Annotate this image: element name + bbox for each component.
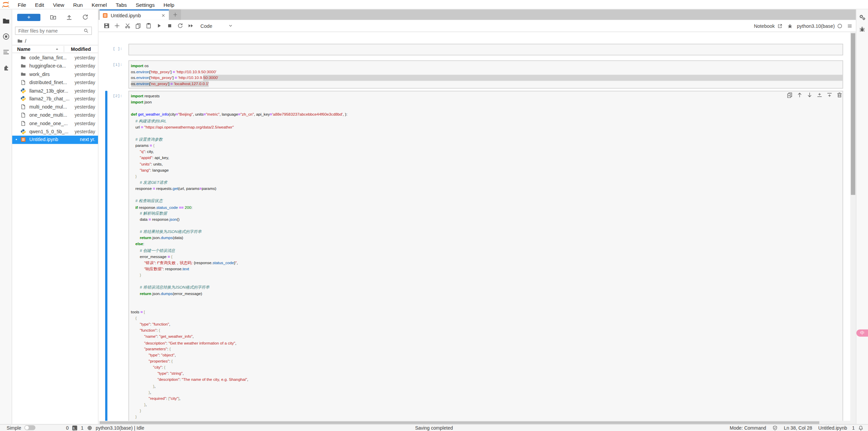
file-modified: yesterday xyxy=(75,63,95,68)
menu-tabs[interactable]: Tabs xyxy=(111,0,131,9)
chevron-down-icon xyxy=(228,23,233,28)
file-row[interactable]: llama2_7b_chat_...yesterday xyxy=(12,95,98,103)
insert-cell-below-icon[interactable] xyxy=(827,92,833,98)
close-tab-icon[interactable] xyxy=(161,13,165,17)
duplicate-cell-icon[interactable] xyxy=(787,92,793,98)
status-bar: Simple 0 $_ 1 python3.10(base) | Idle Sa… xyxy=(0,424,868,431)
cell-prompt: [2]: xyxy=(99,93,126,99)
cut-cell-icon[interactable] xyxy=(124,23,131,29)
move-cell-up-icon[interactable] xyxy=(796,92,803,98)
debugger-icon[interactable] xyxy=(787,23,792,28)
run-cell-icon[interactable] xyxy=(156,23,162,29)
insert-cell-above-icon[interactable] xyxy=(816,92,823,98)
file-name: qwen1_5_0_5b_... xyxy=(29,129,75,134)
add-cell-icon[interactable] xyxy=(114,23,120,29)
simple-mode-label: Simple xyxy=(7,425,21,430)
refresh-icon[interactable] xyxy=(82,14,89,21)
kernel-count[interactable]: 1 xyxy=(81,425,83,430)
menu-view[interactable]: View xyxy=(48,0,68,9)
running-sessions-icon[interactable] xyxy=(2,33,10,40)
kernel-name[interactable]: python3.10(base) xyxy=(797,23,835,28)
restart-run-all-icon[interactable] xyxy=(188,23,194,29)
stop-kernel-icon[interactable] xyxy=(166,23,173,29)
code-cell-2[interactable]: import requestsimport jsondef get_weathe… xyxy=(128,91,843,430)
new-folder-icon[interactable] xyxy=(50,14,57,21)
kernel-status-text[interactable]: python3.10(base) | Idle xyxy=(96,425,144,430)
file-row[interactable]: code_llama_fint...yesterday xyxy=(12,54,98,62)
file-row[interactable]: work_dirsyesterday xyxy=(12,70,98,78)
file-row[interactable]: huggingface-ca...yesterday xyxy=(12,62,98,70)
cell-type-dropdown[interactable]: Code xyxy=(200,23,233,28)
file-row[interactable]: one_node_one_...yesterday xyxy=(12,119,98,128)
kernel-chip-icon[interactable] xyxy=(87,425,92,430)
file-modified: next yr. xyxy=(80,137,95,142)
status-filename: Untitled.ipynb xyxy=(818,425,847,430)
kernel-status-circle-icon[interactable] xyxy=(837,23,843,28)
bell-icon[interactable] xyxy=(858,425,864,430)
column-name[interactable]: Name xyxy=(17,46,31,52)
file-row[interactable]: qwen1_5_0_5b_...yesterday xyxy=(12,128,98,136)
file-browser-icon[interactable] xyxy=(2,17,10,25)
upload-icon[interactable] xyxy=(66,14,73,21)
shield-check-icon[interactable] xyxy=(772,425,778,430)
vertical-scrollbar-thumb[interactable] xyxy=(851,33,855,195)
notebook-icon xyxy=(102,13,108,18)
folder-icon xyxy=(20,63,26,68)
search-icon xyxy=(84,28,89,33)
move-cell-down-icon[interactable] xyxy=(807,92,813,98)
table-of-contents-icon[interactable] xyxy=(2,48,10,56)
home-folder-icon[interactable] xyxy=(17,38,23,44)
horizontal-scrollbar-thumb[interactable] xyxy=(100,421,819,424)
column-modified[interactable]: Modified xyxy=(71,46,91,52)
code-cell-empty[interactable] xyxy=(128,44,843,55)
cursor-position[interactable]: Ln 38, Col 28 xyxy=(784,425,812,430)
open-file-dot: • xyxy=(16,138,17,142)
menu-file[interactable]: File xyxy=(13,0,31,9)
active-cell-collapser[interactable] xyxy=(105,91,107,430)
toolbar-menu-icon[interactable] xyxy=(847,23,852,28)
mode-indicator[interactable]: Mode: Command xyxy=(730,425,766,430)
file-row[interactable]: multi_node_mul...yesterday xyxy=(12,103,98,111)
file-row-selected[interactable]: •Untitled.ipynbnext yr. xyxy=(12,136,98,144)
copy-cell-icon[interactable] xyxy=(135,23,141,29)
delete-cell-icon[interactable] xyxy=(836,92,843,98)
filter-files-box xyxy=(15,26,92,35)
notification-count[interactable]: 1 xyxy=(852,425,855,430)
status-right: Mode: Command Ln 38, Col 28 Untitled.ipy… xyxy=(728,425,868,430)
save-icon[interactable] xyxy=(103,23,110,29)
jupyterlab-window: File Edit View Run Kernel Tabs Settings … xyxy=(0,0,868,431)
file-row[interactable]: llama2_13b_qlor...yesterday xyxy=(12,86,98,95)
file-name: Untitled.ipynb xyxy=(29,137,80,142)
menu-kernel[interactable]: Kernel xyxy=(87,0,111,9)
menu-edit[interactable]: Edit xyxy=(31,0,48,9)
property-inspector-icon[interactable] xyxy=(859,14,866,21)
simple-mode-toggle[interactable] xyxy=(24,425,36,430)
ime-badge[interactable]: 中 xyxy=(856,329,868,336)
file-name: llama2_7b_chat_... xyxy=(29,96,75,101)
menu-run[interactable]: Run xyxy=(69,0,87,9)
file-modified: yesterday xyxy=(75,104,95,110)
code-cell-1[interactable]: import osos.environ['http_proxy'] = 'htt… xyxy=(128,60,843,88)
file-row[interactable]: distributed_finet...yesterday xyxy=(12,78,98,86)
python-file-icon xyxy=(20,88,26,93)
restart-kernel-icon[interactable] xyxy=(177,23,183,29)
notebook-scroll-area[interactable]: [ ]: [1]: import osos.environ['http_prox… xyxy=(99,32,850,430)
vertical-scrollbar[interactable] xyxy=(850,32,856,430)
menu-help[interactable]: Help xyxy=(159,0,179,9)
terminal-icon[interactable]: $_ xyxy=(72,425,77,430)
breadcrumb-root[interactable]: / xyxy=(25,38,26,44)
paste-cell-icon[interactable] xyxy=(145,23,152,29)
notebook-file-icon xyxy=(20,137,26,142)
new-launcher-button[interactable]: + xyxy=(17,14,41,21)
terminal-count[interactable]: 0 xyxy=(66,425,69,430)
new-tab-button[interactable] xyxy=(169,9,181,20)
extensions-icon[interactable] xyxy=(2,64,10,72)
column-divider xyxy=(64,46,64,52)
file-row[interactable]: one_node_multi...yesterday xyxy=(12,111,98,119)
external-link-icon[interactable] xyxy=(777,23,782,28)
filter-files-input[interactable] xyxy=(16,28,84,33)
debugger-side-icon[interactable] xyxy=(859,25,866,33)
menu-settings[interactable]: Settings xyxy=(131,0,159,9)
tab-untitled-ipynb[interactable]: Untitled.ipynb xyxy=(100,9,169,20)
file-icon xyxy=(20,104,26,110)
